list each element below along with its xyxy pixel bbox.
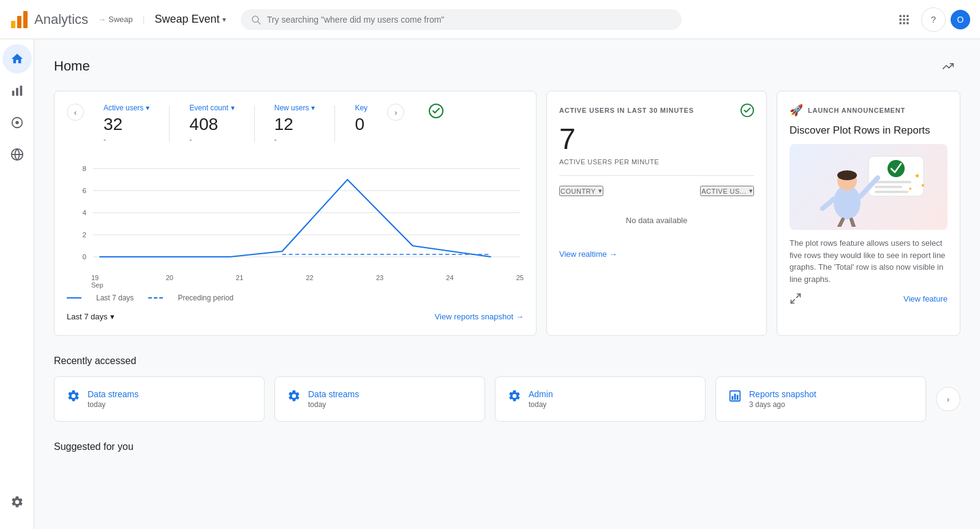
svg-line-46 <box>851 219 854 227</box>
svg-point-42 <box>837 170 857 180</box>
x-label-24: 24 <box>446 274 453 289</box>
apps-button[interactable] <box>892 7 916 32</box>
active-users-label[interactable]: Active users ▾ <box>104 104 149 112</box>
view-feature-link[interactable]: View feature <box>903 294 948 303</box>
sidebar-item-explore[interactable] <box>2 108 32 137</box>
recent-name-3: Reports snapshot <box>749 389 816 399</box>
x-label-25: 25 <box>516 274 524 289</box>
admin-icon <box>508 389 521 403</box>
announcement-card: 🚀 LAUNCH ANNOUNCEMENT Discover Plot Rows… <box>777 91 960 336</box>
metric-divider-3 <box>334 105 335 142</box>
page-title: Home <box>54 58 90 74</box>
svg-point-33 <box>888 160 905 177</box>
date-range-button[interactable]: Last 7 days ▾ <box>67 312 115 321</box>
x-label-22: 22 <box>306 274 314 289</box>
nav-right: ? O <box>892 7 970 32</box>
metrics-row: ‹ Active users ▾ 32 - Event count ▾ 408 <box>67 104 524 144</box>
breadcrumb: → Sweap <box>98 15 133 24</box>
svg-rect-7 <box>907 15 908 17</box>
metrics-next-button[interactable]: › <box>387 104 404 121</box>
advertising-icon <box>10 148 24 161</box>
property-selector[interactable]: Sweap Event ▾ <box>154 13 225 26</box>
recently-accessed-title: Recently accessed <box>54 356 960 367</box>
svg-line-4 <box>257 21 260 24</box>
svg-text:★: ★ <box>908 186 912 191</box>
svg-line-44 <box>823 199 834 208</box>
metrics-prev-button[interactable]: ‹ <box>67 104 84 121</box>
view-snapshot-arrow-icon: → <box>516 312 524 321</box>
svg-rect-6 <box>903 15 905 17</box>
svg-line-47 <box>797 294 801 298</box>
metrics-check-icon <box>429 104 443 121</box>
date-range-label: Last 7 days <box>67 312 108 321</box>
svg-rect-52 <box>737 395 739 400</box>
x-label-21: 21 <box>236 274 243 289</box>
legend-preceding-label: Preceding period <box>178 294 233 302</box>
chart-legend: Last 7 days Preceding period <box>67 294 524 302</box>
sidebar-item-home[interactable] <box>2 44 32 74</box>
metric-event-count: Event count ▾ 408 - <box>189 104 234 144</box>
recent-time-0: today <box>88 400 138 409</box>
property-chevron-icon: ▾ <box>222 15 226 24</box>
property-name: Sweap Event <box>154 13 219 26</box>
recent-nav-arrow-icon: › <box>947 395 949 404</box>
svg-rect-0 <box>11 21 15 28</box>
recent-cards-row: Data streams today Data streams today <box>54 376 960 422</box>
legend-line-solid <box>67 297 81 299</box>
event-count-label[interactable]: Event count ▾ <box>189 104 234 112</box>
help-button[interactable]: ? <box>921 7 946 32</box>
svg-rect-10 <box>907 18 908 20</box>
home-icon <box>10 52 24 66</box>
key-value: 0 <box>355 115 368 134</box>
svg-rect-13 <box>907 22 908 24</box>
recent-time-1: today <box>308 400 359 409</box>
realtime-footer: View realtime → <box>559 249 754 259</box>
active-col-dropdown-icon: ▾ <box>749 187 753 195</box>
sidebar-item-settings[interactable] <box>2 487 32 517</box>
recent-cards-next-button[interactable]: › <box>936 387 960 411</box>
view-realtime-link[interactable]: View realtime → <box>559 249 754 259</box>
event-count-dropdown-icon: ▾ <box>231 104 235 112</box>
active-users-value: 32 <box>104 115 149 134</box>
breadcrumb-parent: Sweap <box>108 15 133 24</box>
app-title: Analytics <box>34 12 88 28</box>
x-label-23: 23 <box>376 274 383 289</box>
view-snapshot-link[interactable]: View reports snapshot → <box>435 312 524 321</box>
recent-time-2: today <box>529 400 553 409</box>
recent-card-2[interactable]: Admin today <box>495 376 706 422</box>
active-users-col-button[interactable]: Active us... ▾ <box>700 186 754 196</box>
sidebar-item-advertising[interactable] <box>2 140 32 169</box>
sidebar-bottom <box>2 487 32 519</box>
main-content: Home ‹ Active users ▾ 32 - <box>34 39 980 529</box>
trending-icon-button[interactable] <box>936 54 960 78</box>
no-data-message: No data available <box>559 201 754 240</box>
search-input[interactable] <box>267 15 672 25</box>
announcement-illustration: ★ ★ ★ <box>790 144 948 230</box>
svg-rect-11 <box>900 22 902 24</box>
recent-card-3[interactable]: Reports snapshot 3 days ago <box>715 376 926 422</box>
recent-card-1[interactable]: Data streams today <box>274 376 485 422</box>
svg-line-48 <box>791 300 795 303</box>
sidebar-item-reports[interactable] <box>2 76 32 105</box>
page-header-actions <box>936 54 960 78</box>
avatar[interactable]: O <box>951 10 970 29</box>
trending-up-icon <box>942 60 954 72</box>
recent-time-3: 3 days ago <box>749 400 816 409</box>
recent-card-inner-0: Data streams today <box>67 389 252 409</box>
realtime-card: Active users in last 30 minutes 7 Active… <box>546 91 767 336</box>
expand-icon[interactable] <box>790 292 802 305</box>
recent-card-inner-3: Reports snapshot 3 days ago <box>728 389 913 409</box>
svg-rect-51 <box>734 394 736 400</box>
svg-line-45 <box>839 219 843 227</box>
announcement-title: Discover Plot Rows in Reports <box>790 124 948 137</box>
cards-row: ‹ Active users ▾ 32 - Event count ▾ 408 <box>54 91 960 336</box>
country-col-button[interactable]: Country ▾ <box>559 186 603 196</box>
x-label-20: 20 <box>166 274 173 289</box>
svg-rect-5 <box>900 15 902 17</box>
new-users-label[interactable]: New users ▾ <box>274 104 315 112</box>
key-label: Key <box>355 104 368 112</box>
svg-rect-16 <box>20 86 22 96</box>
search-bar <box>241 9 682 30</box>
recent-card-0[interactable]: Data streams today <box>54 376 265 422</box>
top-nav: Analytics → Sweap | Sweap Event ▾ ? O <box>0 0 980 39</box>
